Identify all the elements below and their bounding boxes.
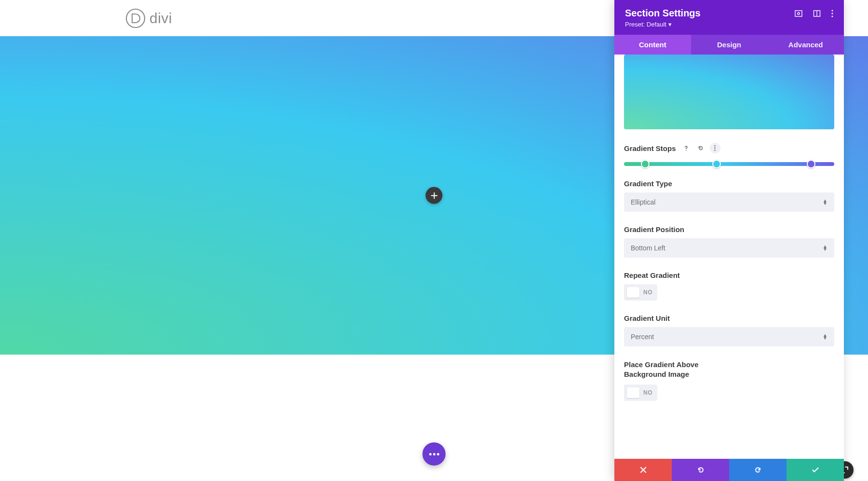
viewport: divi Section Settings Preset: Default ▾ [0,0,868,481]
select-arrows-icon: ▲▼ [823,245,827,251]
stops-menu-button[interactable] [710,143,720,153]
columns-icon [813,10,821,17]
viewport-icon [795,10,802,17]
field-gradient-type: Gradient Type Elliptical ▲▼ [624,179,834,212]
gradient-type-value: Elliptical [631,198,655,206]
undo-button[interactable] [672,459,729,481]
plus-icon [431,192,437,199]
gradient-position-value: Bottom Left [631,244,665,252]
tab-advanced[interactable]: Advanced [767,35,844,55]
tab-design[interactable]: Design [691,35,768,55]
gradient-type-select[interactable]: Elliptical ▲▼ [624,192,834,212]
svg-point-8 [714,145,716,147]
brand-name: divi [149,10,172,27]
gradient-unit-label: Gradient Unit [624,314,834,322]
gradient-stop-handle-1[interactable] [641,160,650,168]
repeat-gradient-toggle[interactable]: NO [624,284,657,301]
toggle-knob [627,287,639,298]
panel-header: Section Settings Preset: Default ▾ [614,0,844,35]
brand-logo: divi [125,8,172,28]
svg-point-2 [798,13,800,14]
gradient-stop-handle-3[interactable] [807,160,815,168]
responsive-view-button[interactable] [795,10,802,17]
undo-icon [696,466,705,474]
repeat-gradient-label: Repeat Gradient [624,271,834,279]
place-above-toggle[interactable]: NO [624,385,657,401]
divi-logo-icon [125,8,146,28]
gradient-unit-select[interactable]: Percent ▲▼ [624,327,834,346]
gradient-stop-handle-2[interactable] [712,160,721,168]
preset-dropdown[interactable]: Preset: Default ▾ [625,21,701,28]
layout-columns-button[interactable] [813,10,821,17]
gradient-preview [624,55,834,129]
redo-button[interactable] [729,459,787,481]
toggle-knob [627,387,639,398]
place-above-label: Place Gradient Above Background Image [624,360,720,380]
kebab-icon [831,10,833,17]
gradient-stops-label: Gradient Stops [624,144,676,152]
reset-button[interactable] [695,143,706,153]
gradient-position-label: Gradient Position [624,225,834,234]
gradient-unit-value: Percent [631,333,654,341]
gradient-stops-bar[interactable] [624,162,834,166]
select-arrows-icon: ▲▼ [823,199,827,205]
close-button[interactable] [614,459,672,481]
field-place-above: Place Gradient Above Background Image NO [624,360,834,401]
field-repeat-gradient: Repeat Gradient NO [624,271,834,301]
redo-icon [754,466,762,474]
panel-tabs: Content Design Advanced [614,35,844,55]
tab-content[interactable]: Content [614,35,691,55]
select-arrows-icon: ▲▼ [823,334,827,340]
kebab-icon [714,145,716,151]
svg-point-5 [831,10,833,11]
repeat-gradient-value: NO [643,289,652,296]
save-button[interactable] [787,459,844,481]
field-gradient-unit: Gradient Unit Percent ▲▼ [624,314,834,346]
add-module-button[interactable] [426,187,443,204]
field-gradient-position: Gradient Position Bottom Left ▲▼ [624,225,834,258]
svg-rect-1 [795,11,802,16]
svg-point-9 [714,148,716,149]
svg-point-7 [831,15,833,17]
gradient-position-select[interactable]: Bottom Left ▲▼ [624,238,834,258]
svg-point-10 [714,150,716,151]
reset-icon [697,145,704,151]
panel-footer [614,459,844,481]
help-icon [683,145,690,151]
field-gradient-stops: Gradient Stops [624,143,834,166]
close-icon [639,466,647,474]
panel-menu-button[interactable] [831,10,833,17]
place-above-value: NO [643,389,652,396]
page-actions-fab[interactable] [422,442,446,466]
settings-panel: Section Settings Preset: Default ▾ Conte… [614,0,844,481]
panel-title: Section Settings [625,8,701,19]
check-icon [811,466,820,474]
gradient-type-label: Gradient Type [624,179,834,188]
help-button[interactable] [681,143,692,153]
svg-point-6 [831,13,833,14]
svg-point-0 [126,9,145,27]
panel-body[interactable]: Gradient Stops [614,55,844,459]
